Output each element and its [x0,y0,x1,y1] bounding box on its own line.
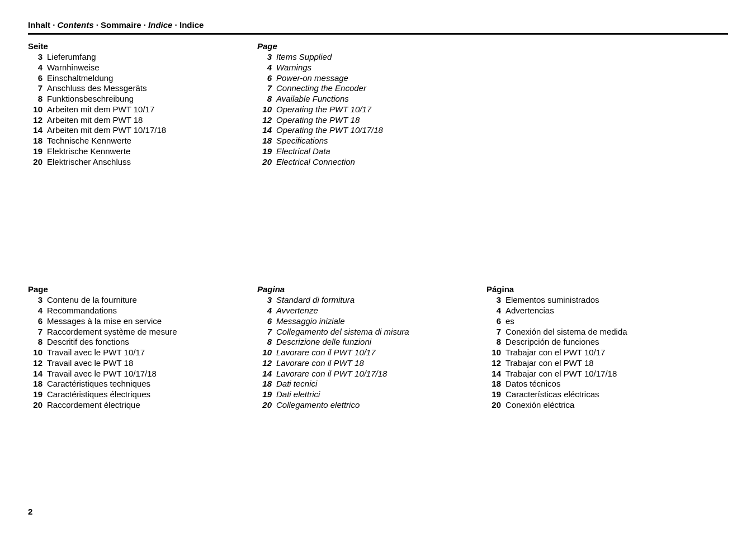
toc-page-num: 3 [28,295,42,306]
title-sep: · [172,20,179,30]
toc-entry: 18Technische Kennwerte [28,136,246,146]
toc-page-num: 19 [257,389,272,400]
toc-entry-text: Características eléctricas [501,389,599,400]
toc-entry: 10Operating the PWT 10/17 [257,104,475,115]
toc-col-it: Pagina3Standard di formitura4Avvertenze6… [257,284,475,410]
toc-entry: 4Recommandations [28,306,246,316]
toc-page-num: 18 [28,136,42,146]
toc-page-num: 12 [486,358,501,369]
toc-heading-fr: Page [28,284,246,294]
toc-page-num: 12 [28,358,42,369]
toc-entry: 14Travail avec le PWT 10/17/18 [28,369,246,379]
toc-entry: 6Messaggio iniziale [257,316,475,327]
toc-entry: 7Anschluss des Messgeräts [28,83,246,94]
toc-page-num: 14 [257,125,272,136]
toc-entry-text: Power-on message [272,73,348,84]
toc-col-fr: Page3Contenu de la fourniture4Recommanda… [28,284,246,410]
toc-entry-text: Datos técnicos [501,379,560,389]
toc-entry: 19Dati elettrici [257,389,475,400]
toc-entry-text: Lavorare con il PWT 10/17 [272,348,376,358]
toc-entry: 10Travail avec le PWT 10/17 [28,348,246,358]
toc-entry: 10Trabajar con el PWT 10/17 [486,348,705,358]
toc-page-num: 19 [28,389,42,400]
toc-page-num: 8 [486,337,501,348]
toc-entry-text: Items Supplied [272,52,332,63]
toc-entry-text: Travail avec le PWT 18 [42,358,133,369]
toc-page-num: 8 [28,94,42,104]
toc-entry: 20Conexión eléctrica [486,400,705,411]
toc-page-num: 3 [257,295,272,306]
toc-row-bottom: Page3Contenu de la fourniture4Recommanda… [28,284,728,410]
toc-entry: 3Standard di formitura [257,295,475,306]
toc-page-num: 4 [28,306,42,316]
toc-page-num: 6 [486,316,501,327]
toc-entry: 18Specifications [257,136,475,146]
toc-entry: 20Collegamento elettrico [257,400,475,411]
toc-entry: 14Operating the PWT 10/17/18 [257,125,475,136]
toc-page-num: 6 [257,316,272,327]
toc-entry-text: Arbeiten mit dem PWT 18 [42,115,143,126]
toc-page-num: 4 [257,306,272,316]
toc-entry: 3Items Supplied [257,52,475,63]
toc-entry-text: Operating the PWT 10/17 [272,104,371,115]
toc-page-num: 10 [257,104,272,115]
toc-page-num: 10 [28,348,42,358]
toc-entry: 12Lavorare con il PWT 18 [257,358,475,369]
toc-page-num: 7 [257,83,272,94]
toc-entry-text: Raccordement électrique [42,400,140,411]
toc-entry: 8Descripción de funciones [486,337,705,348]
toc-entry: 7Raccordement système de mesure [28,327,246,337]
toc-entry: 4Advertencias [486,306,705,316]
toc-entry: 20Elektrischer Anschluss [28,157,246,168]
toc-row-top: Seite3Lieferumfang4Warnhinweise6Einschal… [28,41,728,167]
toc-entry: 4Avvertenze [257,306,475,316]
toc-page-num: 10 [486,348,501,358]
toc-page-num: 20 [257,157,272,168]
toc-entry: 7Connecting the Encoder [257,83,475,94]
toc-page-num: 19 [28,146,42,157]
toc-entry-text: Arbeiten mit dem PWT 10/17 [42,104,154,115]
toc-entry-text: es [501,316,514,327]
toc-entry-text: Elektrische Kennwerte [42,146,130,157]
toc-entry-text: Dati tecnici [272,379,317,389]
toc-heading-it: Pagina [257,284,475,294]
toc-page-num: 18 [28,379,42,389]
toc-entry: 19Caractéristiques électriques [28,389,246,400]
toc-entry: 6Messages à la mise en service [28,316,246,327]
toc-entry-text: Funktionsbeschreibung [42,94,134,104]
toc-page-num: 8 [28,337,42,348]
toc-page-num: 4 [486,306,501,316]
title-part-de: Inhalt [28,20,50,30]
toc-entry-text: Collegamento elettrico [272,400,360,411]
toc-entry-text: Caractéristiques techniques [42,379,150,389]
toc-page-num: 8 [257,337,272,348]
title-rule [28,33,728,35]
toc-page-num: 14 [486,369,501,379]
toc-page-num: 18 [257,379,272,389]
toc-entry-text: Conexión eléctrica [501,400,574,411]
toc-col-en: Page3Items Supplied4Warnings6Power-on me… [257,41,475,167]
toc-entry-text: Trabajar con el PWT 10/17 [501,348,605,358]
title-part-it: Indice [148,20,172,30]
toc-entry: 18Datos técnicos [486,379,705,389]
toc-entry: 6Power-on message [257,73,475,84]
toc-entry-text: Descritif des fonctions [42,337,129,348]
toc-entry: 19Elektrische Kennwerte [28,146,246,157]
toc-entry-text: Trabajar con el PWT 18 [501,358,594,369]
toc-entry-text: Messaggio iniziale [272,316,345,327]
toc-entry-text: Raccordement système de mesure [42,327,177,337]
toc-entry-text: Conexión del sistema de medida [501,327,627,337]
toc-page-num: 7 [28,83,42,94]
toc-entry-text: Elementos suministrados [501,295,599,306]
toc-entry-text: Arbeiten mit dem PWT 10/17/18 [42,125,166,136]
toc-page-num: 6 [28,316,42,327]
toc-page-num: 3 [257,52,272,63]
toc-entry-text: Descrizione delle funzioni [272,337,371,348]
toc-entry-text: Travail avec le PWT 10/17 [42,348,145,358]
toc-entry: 6Einschaltmeldung [28,73,246,84]
toc-entry-text: Elektrischer Anschluss [42,157,131,168]
toc-page-num: 12 [257,358,272,369]
toc-page-num: 20 [28,157,42,168]
toc-entry: 20Electrical Connection [257,157,475,168]
toc-page-num: 6 [257,73,272,84]
